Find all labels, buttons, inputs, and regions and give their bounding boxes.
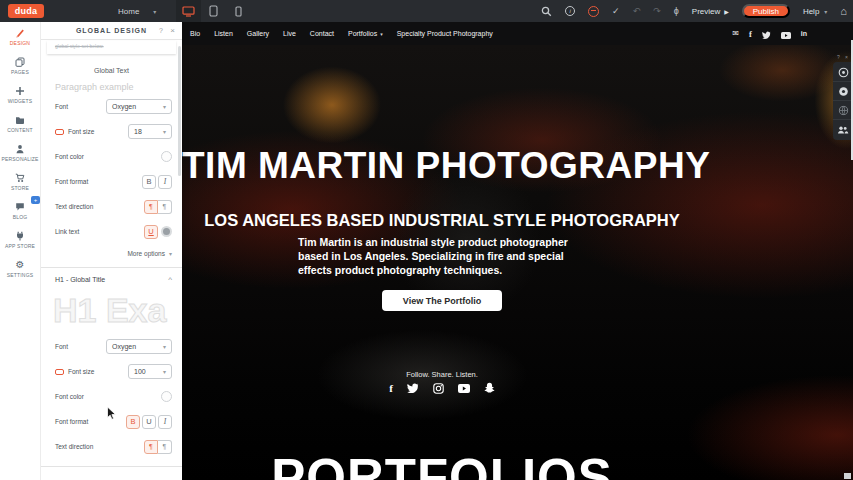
preview-label: Preview [692, 7, 720, 16]
font-color-swatch[interactable] [161, 151, 172, 162]
editor-topbar: duda Home ▾ i ✓ ↶ ↷ ϕ [0, 0, 853, 22]
undo-icon[interactable]: ↶ [633, 7, 641, 16]
panel-header: GLOBAL DESIGN ? × [41, 22, 182, 40]
view-portfolio-button[interactable]: View The Portfolio [382, 290, 502, 311]
sidebar-item-personalize[interactable]: PERSONALIZE [0, 138, 40, 167]
h1-section-header[interactable]: H1 - Global Title ^ [41, 268, 182, 290]
sidebar-item-store[interactable]: STORE [0, 167, 40, 196]
instagram-icon[interactable] [433, 383, 444, 394]
h1-italic-button[interactable]: I [158, 415, 172, 429]
h1-ltr-direction-button[interactable]: ¶ [144, 440, 158, 454]
h1-font-family-dropdown[interactable]: Oxygen ▾ [106, 339, 172, 354]
rtl-direction-button[interactable]: ¶ [158, 200, 172, 214]
sidebar-item-app-store[interactable]: APP STORE [0, 225, 40, 254]
sidebar-item-pages[interactable]: PAGES [0, 51, 40, 80]
app-store-notification-badge: + [31, 196, 40, 204]
publish-button[interactable]: Publish [742, 4, 790, 18]
font-size-dropdown[interactable]: 18 ▾ [128, 124, 172, 139]
note-text: global style set below. [55, 43, 168, 49]
h1-font-size-dropdown[interactable]: 100 ▾ [128, 364, 172, 379]
person-icon [15, 143, 25, 154]
nav-item-portfolios[interactable]: Portfolios ▾ [348, 30, 383, 37]
email-icon[interactable]: ✉ [732, 30, 739, 38]
paintbrush-icon [15, 27, 25, 38]
global-text-heading: Global Text [41, 67, 182, 74]
editor-sidebar: DESIGN PAGES WIDGETS CONTENT PERSONALIZE [0, 22, 40, 480]
follow-share-listen-text: Follow. Share. Listen. [182, 370, 702, 379]
h1-font-format-label: Font format [55, 418, 88, 425]
nav-item-bio[interactable]: Bio [190, 30, 200, 37]
facebook-icon[interactable]: f [749, 29, 752, 39]
cart-icon [15, 172, 25, 183]
duda-logo[interactable]: duda [8, 4, 44, 18]
snapchat-icon[interactable] [484, 382, 495, 394]
nav-item-live[interactable]: Live [283, 30, 296, 37]
device-override-icon [55, 129, 64, 135]
more-options-link[interactable]: More options ▾ [41, 246, 182, 260]
nav-item-listen[interactable]: Listen [214, 30, 233, 37]
folder-icon [15, 114, 25, 125]
h1-bold-button[interactable]: B [126, 415, 140, 429]
search-icon[interactable] [541, 6, 552, 17]
collapse-icon: ^ [168, 275, 172, 284]
h1-sample-text: H1 Exa [41, 290, 182, 334]
chevron-down-icon: ▾ [153, 8, 156, 15]
youtube-icon[interactable] [458, 384, 470, 393]
bold-button[interactable]: B [142, 175, 156, 189]
tablet-view-button[interactable] [201, 0, 226, 22]
chevron-down-icon: ▾ [163, 103, 166, 110]
pages-icon [15, 56, 25, 67]
sidebar-item-label: PERSONALIZE [1, 156, 38, 162]
redo-icon[interactable]: ↷ [653, 7, 661, 16]
desktop-view-button[interactable] [176, 0, 201, 22]
preview-button[interactable]: Preview ▶ [692, 7, 729, 16]
sidebar-item-content[interactable]: CONTENT [0, 109, 40, 138]
page-selector-dropdown[interactable]: Home ▾ [118, 0, 156, 22]
help-dropdown[interactable]: Help ▾ [803, 7, 827, 16]
font-color-label: Font color [55, 153, 84, 160]
section-divider [41, 466, 182, 467]
sidebar-item-widgets[interactable]: WIDGETS [0, 80, 40, 109]
resize-handle[interactable] [844, 473, 851, 479]
mobile-view-button[interactable] [226, 0, 251, 22]
nav-item-contact[interactable]: Contact [310, 30, 334, 37]
h1-rtl-direction-button[interactable]: ¶ [158, 440, 172, 454]
twitter-icon[interactable] [762, 25, 771, 43]
italic-button[interactable]: I [158, 175, 172, 189]
font-family-dropdown[interactable]: Oxygen ▾ [106, 99, 172, 114]
status-muted-icon[interactable] [588, 6, 599, 17]
h1-font-size-label: Font size [55, 368, 94, 375]
dashboard-home-icon[interactable]: ⌂ [840, 6, 847, 17]
sidebar-item-label: APP STORE [5, 243, 35, 249]
nav-social-icons: ✉ f in [732, 22, 807, 45]
chevron-down-icon: ▾ [163, 368, 166, 375]
h1-text-direction-row: Text direction ¶ ¶ [41, 434, 182, 459]
nav-item-gallery[interactable]: Gallery [247, 30, 269, 37]
info-icon[interactable]: i [565, 6, 575, 16]
edge-toolbar-help[interactable]: ? × [837, 54, 850, 60]
panel-help-icon[interactable]: ? [159, 27, 163, 34]
linkedin-icon[interactable]: in [801, 30, 807, 37]
h1-font-color-swatch[interactable] [161, 391, 172, 402]
sidebar-item-design[interactable]: DESIGN [0, 22, 40, 51]
chat-bubble-icon [15, 201, 25, 212]
facebook-icon[interactable]: f [389, 382, 393, 394]
sidebar-item-settings[interactable]: ⚙ SETTINGS [0, 254, 40, 283]
site-subtitle: LOS ANGELES BASED INDUSTRIAL STYLE PHOTO… [182, 211, 702, 230]
youtube-icon[interactable] [781, 25, 791, 43]
dev-mode-icon[interactable]: ϕ [674, 7, 679, 16]
sidebar-item-label: CONTENT [7, 127, 33, 133]
duda-editor-window: duda Home ▾ i ✓ ↶ ↷ ϕ [0, 0, 853, 480]
close-icon[interactable]: × [170, 26, 175, 35]
link-color-swatch[interactable] [161, 226, 172, 237]
ltr-direction-button[interactable]: ¶ [144, 200, 158, 214]
chevron-down-icon: ▾ [824, 8, 827, 15]
panel-scrollbar[interactable] [178, 46, 181, 176]
nav-item-specialty[interactable]: Specialty Product Photography [397, 30, 493, 37]
panel-title: GLOBAL DESIGN [76, 27, 147, 34]
check-icon[interactable]: ✓ [612, 7, 620, 16]
twitter-icon[interactable] [407, 383, 419, 393]
link-underline-button[interactable]: U [144, 225, 158, 239]
device-override-icon [55, 369, 64, 375]
h1-underline-button[interactable]: U [142, 415, 156, 429]
